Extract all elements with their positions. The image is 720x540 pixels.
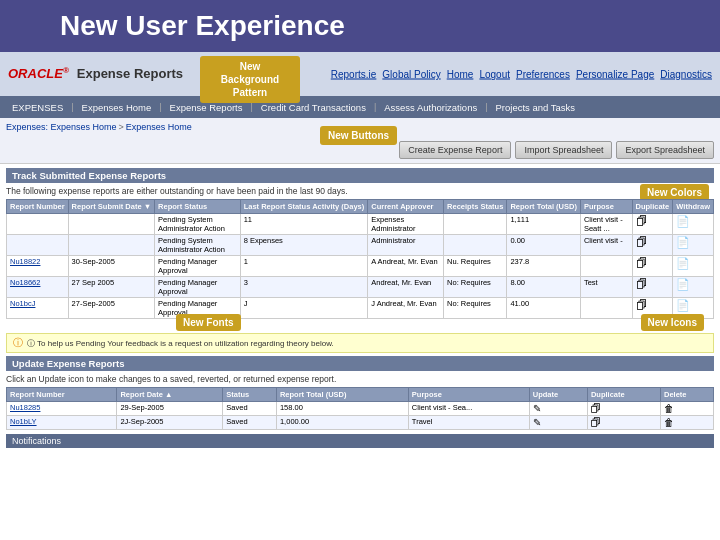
col2-number: Report Number [7, 388, 117, 402]
create-expense-report-button[interactable]: Create Expense Report [399, 141, 511, 159]
withdraw-icon[interactable]: 📄 [676, 257, 690, 269]
duplicate-icon[interactable]: 🗍 [636, 257, 647, 269]
table1-wrapper: Report Number Report Submit Date ▼ Repor… [6, 199, 714, 319]
section2-header: Update Expense Reports [6, 356, 714, 371]
report-number-link[interactable]: Nu18822 [10, 257, 40, 266]
breadcrumb-link1[interactable]: Expenses: Expenses Home [6, 122, 117, 132]
col-receipts: Receipts Status [444, 200, 507, 214]
table-row: Pending System Administrator Action8 Exp… [7, 235, 714, 256]
col-withdraw: Withdraw [673, 200, 714, 214]
report-number-link[interactable]: Nu18285 [10, 403, 40, 412]
nav-link-reports[interactable]: Reports.ie [331, 69, 377, 80]
export-spreadsheet-button[interactable]: Export Spreadsheet [616, 141, 714, 159]
withdraw-icon[interactable]: 📄 [676, 299, 690, 311]
import-spreadsheet-button[interactable]: Import Spreadsheet [515, 141, 612, 159]
nav-item-assess[interactable]: Assess Authorizations [378, 100, 483, 115]
col2-delete: Delete [661, 388, 714, 402]
update-section: Update Expense Reports Click an Update i… [6, 356, 714, 430]
duplicate-icon[interactable]: 🗍 [636, 215, 647, 227]
delete-icon[interactable]: 🗑 [664, 417, 674, 428]
duplicate-icon[interactable]: 🗍 [636, 278, 647, 290]
delete-icon[interactable]: 🗑 [664, 403, 674, 414]
nav-link-global-policy[interactable]: Global Policy [382, 69, 440, 80]
table-row: Nu1882230-Sep-2005Pending Manager Approv… [7, 256, 714, 277]
col2-duplicate: Duplicate [587, 388, 660, 402]
nav-bar: EXPENSES | Expenses Home | Expense Repor… [0, 96, 720, 118]
nav-link-diagnostics[interactable]: Diagnostics [660, 69, 712, 80]
col2-status: Status [223, 388, 277, 402]
col2-purpose: Purpose [408, 388, 529, 402]
table-row: No1bLY2J-Sep-2005Saved1,000.00Travel✎🗍🗑 [7, 416, 714, 430]
expense-reports-label: Expense Reports [77, 66, 183, 81]
col2-total: Report Total (USD) [276, 388, 408, 402]
col-total: Report Total (USD) [507, 200, 581, 214]
action-bar: New Buttons Create Expense Report Import… [0, 136, 720, 164]
notifications-label: Notifications [12, 436, 61, 446]
update-reports-table: Report Number Report Date ▲ Status Repor… [6, 387, 714, 430]
section1-header: Track Submitted Expense Reports [6, 168, 714, 183]
table-row: Pending System Administrator Action11Exp… [7, 214, 714, 235]
duplicate-icon[interactable]: 🗍 [591, 417, 601, 428]
withdraw-icon[interactable]: 📄 [676, 215, 690, 227]
report-number-link[interactable]: No18662 [10, 278, 40, 287]
title-text: New User Experience [60, 10, 345, 42]
table-row: Nu1828529-Sep-2005Saved158.00Client visi… [7, 402, 714, 416]
nav-link-logout[interactable]: Logout [479, 69, 510, 80]
duplicate-icon[interactable]: 🗍 [636, 236, 647, 248]
nav-item-expenses-home[interactable]: Expenses Home [76, 100, 158, 115]
oracle-logo: ORACLE® Expense Reports [8, 66, 183, 81]
oracle-logo-text: ORACLE® [8, 66, 69, 81]
header-nav: Reports.ie Global Policy Home Logout Pre… [331, 69, 712, 80]
info-row: ⓘ ⓘ To help us Pending Your feedback is … [6, 333, 714, 353]
withdraw-icon[interactable]: 📄 [676, 236, 690, 248]
main-content: Track Submitted Expense Reports The foll… [0, 164, 720, 540]
withdraw-icon[interactable]: 📄 [676, 278, 690, 290]
update-icon[interactable]: ✎ [533, 403, 541, 414]
section1-desc: The following expense reports are either… [6, 186, 714, 196]
table-row: No1866227 Sep 2005Pending Manager Approv… [7, 277, 714, 298]
info-text: ⓘ To help us Pending Your feedback is a … [27, 338, 334, 349]
section2-desc: Click an Update icon to make changes to … [6, 374, 714, 384]
col-duplicate: Duplicate [632, 200, 673, 214]
nav-link-home[interactable]: Home [447, 69, 474, 80]
col-purpose: Purpose [580, 200, 632, 214]
new-fonts-badge: New Fonts [176, 314, 241, 331]
col-approver: Current Approver [368, 200, 444, 214]
new-icons-badge: New Icons [641, 314, 704, 331]
col2-update: Update [529, 388, 587, 402]
new-background-pattern-badge: New Background Pattern [200, 56, 300, 103]
report-number-link[interactable]: No1bcJ [10, 299, 35, 308]
submitted-reports-table: Report Number Report Submit Date ▼ Repor… [6, 199, 714, 319]
nav-item-projects[interactable]: Projects and Tasks [490, 100, 582, 115]
nav-item-expenses[interactable]: EXPENSES [6, 100, 69, 115]
oracle-header: ORACLE® Expense Reports New Background P… [0, 52, 720, 96]
duplicate-icon[interactable]: 🗍 [591, 403, 601, 414]
report-number-link[interactable]: No1bLY [10, 417, 37, 426]
table-row: No1bcJ27-Sep-2005Pending Manager Approva… [7, 298, 714, 319]
duplicate-icon[interactable]: 🗍 [636, 299, 647, 311]
col-report-status: Report Status [155, 200, 241, 214]
nav-link-preferences[interactable]: Preferences [516, 69, 570, 80]
info-icon: ⓘ [13, 336, 23, 350]
breadcrumb-current: Expenses Home [126, 122, 192, 132]
col-report-number: Report Number [7, 200, 69, 214]
col-activity-days: Last Report Status Activity (Days) [240, 200, 368, 214]
title-bar: New User Experience [0, 0, 720, 52]
col-submit-date: Report Submit Date ▼ [68, 200, 155, 214]
nav-link-personalize[interactable]: Personalize Page [576, 69, 654, 80]
notifications-bar: Notifications [6, 434, 714, 448]
new-buttons-badge: New Buttons [320, 126, 397, 145]
col2-date: Report Date ▲ [117, 388, 223, 402]
update-icon[interactable]: ✎ [533, 417, 541, 428]
